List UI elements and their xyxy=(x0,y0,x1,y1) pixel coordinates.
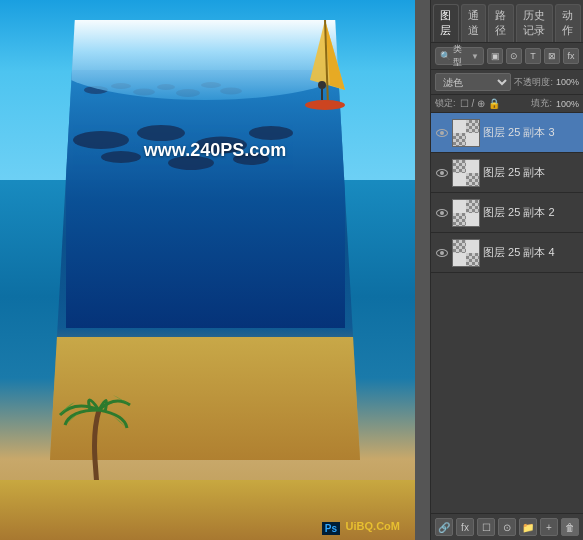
thumb-cell xyxy=(453,173,466,186)
filter-search[interactable]: 🔍 类型 ▼ xyxy=(435,47,484,65)
layer-visibility-1[interactable] xyxy=(435,126,449,140)
eye-icon-3 xyxy=(436,209,448,217)
thumb-cell xyxy=(453,213,466,226)
link-layers-button[interactable]: 🔗 xyxy=(435,518,453,536)
thumb-cell xyxy=(466,133,479,146)
lock-icon-all[interactable]: 🔒 xyxy=(488,98,500,109)
fill-value: 100% xyxy=(556,99,579,109)
uibq-text: UiBQ.CoM xyxy=(346,520,400,532)
canvas-area: www.240PS.com xyxy=(0,0,430,540)
panel-bottom: 🔗 fx ☐ ⊙ 📁 + 🗑 xyxy=(431,513,583,540)
layer-item[interactable]: 图层 25 副本 4 xyxy=(431,233,583,273)
adjustment-layer-button[interactable]: ⊙ xyxy=(498,518,516,536)
svg-point-15 xyxy=(101,151,141,163)
layer-thumb-3 xyxy=(452,199,480,227)
filter-icon-circle[interactable]: ⊙ xyxy=(506,48,522,64)
bottom-watermark-area: UiBQ.CoM xyxy=(346,520,400,532)
tab-channels[interactable]: 通道 xyxy=(461,4,487,42)
layer-thumb-4 xyxy=(452,239,480,267)
layer-thumb-2 xyxy=(452,159,480,187)
lock-icon-position[interactable]: ⊕ xyxy=(477,98,485,109)
layer-name-1: 图层 25 副本 3 xyxy=(483,125,579,140)
filter-icon-fx[interactable]: fx xyxy=(563,48,579,64)
layer-item[interactable]: 图层 25 副本 xyxy=(431,153,583,193)
thumb-cell xyxy=(453,240,466,253)
layer-name-4: 图层 25 副本 4 xyxy=(483,245,579,260)
main-container: www.240PS.com xyxy=(0,0,583,540)
layer-item[interactable]: 图层 25 副本 3 xyxy=(431,113,583,153)
layer-mask-button[interactable]: ☐ xyxy=(477,518,495,536)
layer-style-button[interactable]: fx xyxy=(456,518,474,536)
tab-layers[interactable]: 图层 xyxy=(433,4,459,42)
blend-row: 滤色 不透明度: 100% xyxy=(431,70,583,95)
new-group-button[interactable]: 📁 xyxy=(519,518,537,536)
svg-point-20 xyxy=(318,81,326,89)
new-layer-button[interactable]: + xyxy=(540,518,558,536)
thumb-cell xyxy=(466,240,479,253)
tab-history[interactable]: 历史记录 xyxy=(516,4,553,42)
thumb-cell xyxy=(453,200,466,213)
layer-thumb-1 xyxy=(452,119,480,147)
delete-layer-button[interactable]: 🗑 xyxy=(561,518,579,536)
lock-icon-transparent[interactable]: ☐ xyxy=(460,98,469,109)
svg-point-19 xyxy=(305,100,345,110)
lock-row: 锁定: ☐ / ⊕ 🔒 填充: 100% xyxy=(431,95,583,113)
layer-item[interactable]: 图层 25 副本 2 xyxy=(431,193,583,233)
filter-icon-shape[interactable]: ⊠ xyxy=(544,48,560,64)
blend-mode-select[interactable]: 滤色 xyxy=(435,73,511,91)
ps-icon-area: Ps xyxy=(322,520,340,535)
eye-icon-2 xyxy=(436,169,448,177)
layers-list: 图层 25 副本 3 图层 25 副本 xyxy=(431,113,583,513)
filter-label: 类型 xyxy=(453,43,469,69)
thumb-cell xyxy=(453,120,466,133)
layer-visibility-3[interactable] xyxy=(435,206,449,220)
filter-icon-text[interactable]: T xyxy=(525,48,541,64)
lock-label: 锁定: xyxy=(435,97,456,110)
thumb-cell xyxy=(453,160,466,173)
layer-name-2: 图层 25 副本 xyxy=(483,165,579,180)
lock-icons: ☐ / ⊕ 🔒 xyxy=(460,98,528,109)
lock-icon-paint[interactable]: / xyxy=(472,98,475,109)
filter-dropdown-icon: ▼ xyxy=(471,52,479,61)
thumb-cell xyxy=(453,253,466,266)
layer-visibility-4[interactable] xyxy=(435,246,449,260)
filter-icon-rect[interactable]: ▣ xyxy=(487,48,503,64)
watermark-text: www.240PS.com xyxy=(144,140,286,161)
opacity-value: 100% xyxy=(556,77,579,87)
panel-tabs: 图层 通道 路径 历史记录 动作 xyxy=(431,0,583,43)
layer-visibility-2[interactable] xyxy=(435,166,449,180)
filter-row: 🔍 类型 ▼ ▣ ⊙ T ⊠ fx xyxy=(431,43,583,70)
tab-paths[interactable]: 路径 xyxy=(488,4,514,42)
eye-icon-1 xyxy=(436,129,448,137)
opacity-label: 不透明度: xyxy=(514,76,553,89)
thumb-cell xyxy=(453,133,466,146)
ps-badge: Ps xyxy=(322,522,340,535)
fill-label: 填充: xyxy=(531,97,552,110)
windsurfer xyxy=(290,10,360,120)
thumb-cell xyxy=(466,120,479,133)
thumb-cell xyxy=(466,173,479,186)
layer-name-3: 图层 25 副本 2 xyxy=(483,205,579,220)
thumb-cell xyxy=(466,253,479,266)
thumb-cell xyxy=(466,200,479,213)
search-icon: 🔍 xyxy=(440,51,451,61)
right-edge xyxy=(415,0,430,540)
thumb-cell xyxy=(466,160,479,173)
eye-icon-4 xyxy=(436,249,448,257)
layers-panel: 图层 通道 路径 历史记录 动作 🔍 类型 ▼ ▣ ⊙ T ⊠ fx 滤色 不透… xyxy=(430,0,583,540)
tab-actions[interactable]: 动作 xyxy=(555,4,581,42)
thumb-cell xyxy=(466,213,479,226)
